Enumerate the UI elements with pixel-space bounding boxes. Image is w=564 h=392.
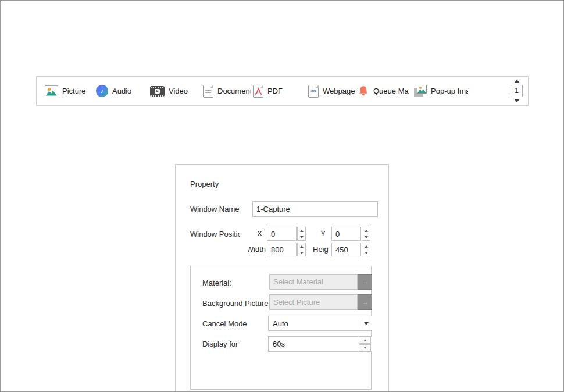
height-spinner[interactable] — [362, 243, 370, 256]
y-input[interactable] — [331, 227, 361, 241]
toolbar-item-audio[interactable]: ♪ Audio — [96, 77, 131, 105]
background-picture-label: Background Picture — [202, 299, 268, 308]
toolbar-item-webpage[interactable]: </> Webpage — [308, 77, 355, 105]
display-for-label: Display for — [202, 340, 238, 348]
y-spinner[interactable] — [362, 227, 370, 241]
background-picture-input — [269, 294, 358, 310]
spin-down-icon — [365, 252, 368, 254]
y-label: Y — [308, 229, 326, 238]
video-icon — [150, 86, 165, 97]
width-input[interactable] — [267, 243, 297, 256]
toolbar-item-picture[interactable]: Picture — [45, 77, 85, 105]
spin-down-icon — [365, 236, 368, 238]
material-label: Material: — [202, 279, 231, 287]
toolbar-item-popup-image[interactable]: Pop-up Image — [414, 77, 468, 105]
toolbar-item-label: Webpage — [323, 87, 355, 95]
spin-up-icon — [365, 245, 368, 248]
toolbar-item-label: Queue Manager — [373, 87, 409, 95]
toolbar-item-label: Picture — [62, 87, 85, 95]
toolbar-item-pdf[interactable]: PDF — [253, 77, 283, 105]
spinner-up-icon[interactable] — [514, 80, 520, 83]
spin-down-icon — [300, 236, 304, 238]
width-label: Width — [248, 245, 266, 254]
position-row: X Y — [176, 227, 388, 241]
display-for-value: 60s — [273, 340, 285, 348]
display-for-field[interactable]: 60s — [268, 336, 372, 352]
content-groupbox: Material: ... Background Picture ... Can… — [190, 266, 372, 390]
toolbar-item-label: PDF — [267, 87, 283, 95]
webpage-icon: </> — [308, 85, 319, 98]
property-panel: Property Window Name Window Position X Y… — [175, 164, 389, 392]
spin-up-icon — [365, 230, 368, 232]
toolbar-item-label: Pop-up Image — [431, 87, 468, 95]
width-spinner[interactable] — [297, 243, 306, 256]
window-name-label: Window Name — [190, 205, 240, 213]
media-toolbar: Picture ♪ Audio Video Document — [36, 76, 529, 106]
size-row: Width Height — [176, 243, 388, 256]
height-input[interactable] — [331, 243, 361, 256]
toolbar-item-label: Video — [169, 87, 188, 95]
material-input — [269, 274, 358, 290]
audio-icon: ♪ — [96, 85, 108, 97]
height-label: Height — [313, 245, 329, 254]
spin-down-icon — [300, 252, 304, 254]
toolbar-item-video[interactable]: Video — [150, 77, 188, 105]
pdf-icon — [253, 85, 263, 98]
x-spinner[interactable] — [297, 227, 306, 241]
spin-up-icon — [300, 230, 304, 232]
x-input[interactable] — [267, 227, 297, 241]
spin-up-icon — [300, 245, 304, 248]
window-name-input[interactable] — [252, 201, 378, 217]
toolbar-item-document[interactable]: Document — [203, 77, 251, 105]
page-number-field[interactable]: 1 — [511, 85, 523, 97]
bell-icon — [358, 85, 369, 97]
document-icon — [203, 85, 213, 98]
material-browse-button[interactable]: ... — [358, 274, 372, 290]
chevron-down-icon — [360, 322, 372, 325]
app-canvas: Picture ♪ Audio Video Document — [0, 0, 564, 392]
picture-icon — [45, 85, 58, 97]
spinner-down-icon[interactable] — [514, 99, 520, 102]
cancel-mode-value: Auto — [269, 319, 360, 328]
page-spinner: 1 — [511, 77, 523, 105]
cancel-mode-dropdown[interactable]: Auto — [268, 316, 372, 331]
toolbar-item-label: Document — [217, 87, 251, 95]
display-for-up-button[interactable] — [359, 337, 371, 344]
popup-image-icon — [414, 85, 427, 97]
x-label: X — [244, 229, 262, 238]
toolbar-item-label: Audio — [112, 87, 131, 95]
display-for-down-button[interactable] — [359, 344, 371, 351]
cancel-mode-label: Cancel Mode — [202, 319, 247, 328]
background-picture-browse-button[interactable]: ... — [358, 294, 372, 310]
toolbar-item-queue-manager[interactable]: Queue Manager — [358, 77, 409, 105]
panel-title: Property — [190, 180, 219, 188]
